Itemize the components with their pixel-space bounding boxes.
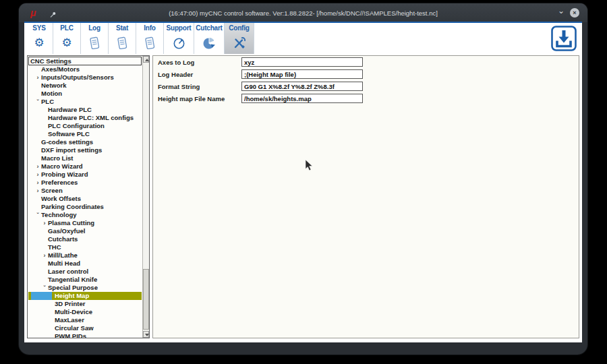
tree-item-g-codes-settings[interactable]: G-codes settings <box>28 138 142 146</box>
content-area: SYS ⚙ PLC ⚙ Log Stat <box>24 22 582 342</box>
tree-item-hardware-plc-xml-configs[interactable]: Hardware PLC: XML configs <box>28 114 142 122</box>
expander-collapsed-icon[interactable] <box>34 162 41 171</box>
format-string-label: Format String <box>158 83 241 90</box>
tree-item-tangential-knife[interactable]: Tangential Knife <box>28 276 142 284</box>
tab-stat-label: Stat <box>109 23 136 34</box>
tab-plc[interactable]: PLC ⚙ <box>53 23 81 54</box>
height-map-settings-form: Axes to Log Log Header Format String Hei… <box>152 55 579 338</box>
settings-tree: CNC Settings Axes/Motors Inputs/Outputs/… <box>27 55 150 338</box>
gauge-icon <box>173 34 185 53</box>
window-title: (16:47:00) myCNC control software. Ver:1… <box>169 9 438 17</box>
tree-item-multi-device[interactable]: Multi-Device <box>28 308 142 316</box>
shade-icon[interactable]: ⌄ <box>558 6 565 16</box>
tree-item-plc-configuration[interactable]: PLC Configuration <box>28 122 142 130</box>
tree-item-plc[interactable]: PLC <box>28 98 142 106</box>
close-icon[interactable]: × <box>570 8 579 18</box>
mouse-cursor <box>305 160 313 174</box>
tree-item-laser-control[interactable]: Laser control <box>28 268 142 276</box>
tab-stat[interactable]: Stat <box>109 23 136 54</box>
expander-expanded-icon[interactable] <box>34 211 41 219</box>
save-settings-button[interactable] <box>550 25 577 52</box>
expander-collapsed-icon[interactable] <box>41 219 48 227</box>
tree-item-screen[interactable]: Screen <box>28 187 142 195</box>
toolbar: SYS ⚙ PLC ⚙ Log Stat <box>24 23 582 54</box>
tree-item-height-map[interactable]: Height Map <box>28 292 142 300</box>
tree-item-circular-saw[interactable]: Circular Saw <box>28 324 142 332</box>
scroll-down-icon[interactable] <box>143 331 149 338</box>
tree-item-multi-head[interactable]: Multi Head <box>28 260 142 268</box>
tree-item-gas-oxyfuel[interactable]: Gas/Oxyfuel <box>28 227 142 235</box>
tree-item-macro-list[interactable]: Macro List <box>28 154 142 162</box>
expander-collapsed-icon[interactable] <box>34 171 41 179</box>
format-string-input[interactable] <box>241 82 363 91</box>
tab-info-label: Info <box>136 23 163 34</box>
mycnc-logo: μ <box>30 7 36 18</box>
tab-log[interactable]: Log <box>81 23 109 54</box>
tree-item-software-plc[interactable]: Software PLC <box>28 130 142 138</box>
tree-item-pwm-pids[interactable]: PWM PIDs <box>28 332 142 338</box>
tab-config[interactable]: Config <box>225 23 254 54</box>
axes-to-log-input[interactable] <box>241 57 363 67</box>
expander-expanded-icon[interactable] <box>41 284 48 292</box>
tree-item-inputs-outputs-sensors[interactable]: Inputs/Outputs/Sensors <box>28 73 142 82</box>
expander-collapsed-icon[interactable] <box>41 251 48 260</box>
tree-item-network[interactable]: Network <box>28 82 142 90</box>
tree-rows: CNC Settings Axes/Motors Inputs/Outputs/… <box>28 56 149 338</box>
expander-expanded-icon[interactable] <box>34 98 41 106</box>
tab-sys-label: SYS <box>26 23 53 34</box>
form-row: Axes to Log <box>158 57 579 67</box>
tab-support[interactable]: Support <box>164 23 194 54</box>
tree-item-probing-wizard[interactable]: Probing Wizard <box>28 171 142 179</box>
gear-icon: ⚙ <box>61 34 71 53</box>
axes-to-log-label: Axes to Log <box>158 59 241 66</box>
height-map-file-name-input[interactable] <box>241 94 363 103</box>
height-map-file-name-label: Height map File Name <box>158 95 241 102</box>
tree-item-cutcharts[interactable]: Cutcharts <box>28 235 142 243</box>
main-area: CNC Settings Axes/Motors Inputs/Outputs/… <box>24 54 582 342</box>
log-sheet-icon <box>143 34 156 53</box>
form-row: Log Header <box>158 69 579 79</box>
tree-scrollbar[interactable] <box>142 56 149 338</box>
expander-collapsed-icon[interactable] <box>34 187 41 195</box>
tree-item-motion[interactable]: Motion <box>28 90 142 98</box>
tree-item-hardware-plc[interactable]: Hardware PLC <box>28 106 142 114</box>
log-header-label: Log Header <box>158 71 241 78</box>
log-sheet-icon <box>88 34 101 53</box>
pin-icon[interactable] <box>49 9 56 21</box>
expander-collapsed-icon[interactable] <box>34 73 41 82</box>
pie-chart-icon <box>203 34 216 53</box>
tree-item-maxlaser[interactable]: MaxLaser <box>28 316 142 324</box>
tree-item-plasma-cutting[interactable]: Plasma Cutting <box>28 219 142 227</box>
tree-item-cnc-settings[interactable]: CNC Settings <box>28 57 142 65</box>
log-sheet-icon <box>115 34 129 53</box>
tree-item-special-purpose[interactable]: Special Purpose <box>28 284 142 292</box>
tab-cutchart[interactable]: Cutchart <box>194 23 225 54</box>
form-row: Height map File Name <box>158 94 579 103</box>
tree-item-parking-coordinates[interactable]: Parking Coordinates <box>28 203 142 211</box>
expander-collapsed-icon[interactable] <box>34 179 41 187</box>
tree-item-axes-motors[interactable]: Axes/Motors <box>28 65 142 73</box>
tab-support-label: Support <box>164 23 194 34</box>
gear-icon: ⚙ <box>34 34 44 53</box>
tab-sys[interactable]: SYS ⚙ <box>26 23 53 54</box>
tab-info[interactable]: Info <box>136 23 164 54</box>
tab-log-label: Log <box>81 23 108 34</box>
tree-item-macro-wizard[interactable]: Macro Wizard <box>28 162 142 171</box>
titlebar: μ (16:47:00) myCNC control software. Ver… <box>19 3 587 22</box>
tree-item-technology[interactable]: Technology <box>28 211 142 219</box>
tree-item-preferences[interactable]: Preferences <box>28 179 142 187</box>
crossed-tools-icon <box>233 34 246 53</box>
tab-config-label: Config <box>225 23 254 34</box>
app-window: μ (16:47:00) myCNC control software. Ver… <box>19 3 587 355</box>
log-header-input[interactable] <box>241 69 363 79</box>
tree-item-thc[interactable]: THC <box>28 243 142 251</box>
tree-item-mill-lathe[interactable]: Mill/Lathe <box>28 251 142 260</box>
tree-item-dxf-import-settings[interactable]: DXF import settings <box>28 146 142 154</box>
tree-item-work-offsets[interactable]: Work Offsets <box>28 195 142 203</box>
form-row: Format String <box>158 82 579 91</box>
tree-item-3d-printer[interactable]: 3D Printer <box>28 300 142 308</box>
scrollbar-thumb[interactable] <box>143 269 149 330</box>
tab-cutchart-label: Cutchart <box>194 23 224 34</box>
scroll-up-icon[interactable] <box>143 56 149 63</box>
desktop: μ (16:47:00) myCNC control software. Ver… <box>0 0 607 364</box>
